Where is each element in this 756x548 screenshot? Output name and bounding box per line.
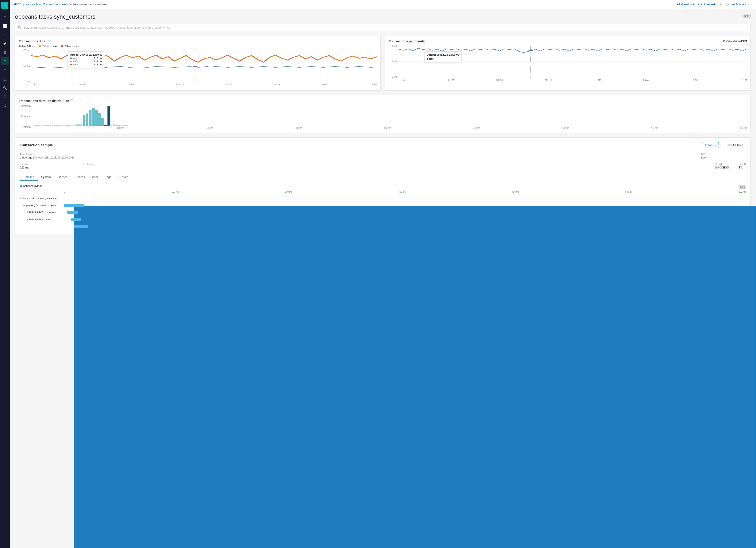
dist-bar-15[interactable] — [67, 125, 69, 126]
sidebar-item-clock[interactable]: ◷ — [1, 31, 9, 39]
result-field: Result SUCCESS — [715, 163, 729, 169]
sidebar-item-chart[interactable]: 📊 — [1, 22, 9, 30]
dist-bar-8[interactable] — [52, 125, 53, 126]
legend-success: SUCCESS 1.2 tpm — [723, 39, 747, 42]
sidebar-item-gear[interactable]: ⚙ — [1, 101, 9, 109]
trace-bar-main — [74, 206, 756, 548]
dist-bar-20[interactable] — [78, 124, 80, 126]
dist-bar-18[interactable] — [74, 125, 76, 126]
dist-bar-23[interactable] — [86, 113, 88, 126]
dist-bar-6[interactable] — [47, 125, 49, 126]
sidebar-item-home[interactable]: ⌂ — [1, 13, 9, 21]
service-dot — [20, 185, 22, 187]
tab-process[interactable]: Process — [71, 173, 88, 181]
time-400: 400 ms — [512, 191, 519, 193]
dist-bar-36[interactable] — [122, 125, 123, 126]
x-label-06am: 06 AM — [274, 83, 280, 86]
apm-feedback-btn[interactable]: APM feedback — [677, 3, 694, 6]
legend-avg: Avg. 531 ms — [19, 45, 35, 47]
sidebar-item-wrench[interactable]: 🔧 — [1, 84, 9, 92]
dist-bar-16[interactable] — [69, 125, 71, 126]
sidebar-item-apm[interactable]: ≡ — [1, 57, 9, 65]
dist-title-text: Transactions duration distribution — [19, 99, 69, 103]
x-label-06pm: 06 PM — [79, 83, 86, 86]
tab-user[interactable]: User — [88, 173, 101, 181]
dist-bar-25[interactable] — [92, 108, 95, 126]
nav-next-btn[interactable]: › — [750, 2, 752, 7]
dist-bar-2[interactable] — [38, 125, 40, 126]
time-range-btn[interactable]: 🕐 Last 24 hours — [726, 3, 746, 6]
breadcrumb-celery[interactable]: celery — [61, 3, 68, 6]
trace-row-icon-main: % — [20, 197, 22, 199]
dist-bar-17[interactable] — [72, 125, 73, 126]
dist-bar-29[interactable] — [104, 125, 107, 126]
chevron-down-icon: ▾ — [715, 144, 716, 147]
result-value: SUCCESS — [715, 166, 729, 169]
actions-button[interactable]: Actions ▾ — [702, 142, 719, 148]
dist-bar-38[interactable] — [126, 125, 128, 126]
dist-bar-28[interactable] — [101, 118, 104, 126]
dist-bar-21[interactable] — [80, 124, 82, 126]
dist-bar-22[interactable] — [83, 115, 85, 126]
sidebar-item-map[interactable]: ⊞ — [1, 48, 9, 56]
duration-chart-card: Transactions duration Avg. 531 ms 95th p… — [15, 36, 381, 91]
dist-bar-31[interactable] — [111, 125, 112, 126]
trace-icon: ☰ — [723, 144, 726, 147]
dist-bar-10[interactable] — [56, 125, 58, 126]
sidebar-logo: K — [1, 2, 8, 9]
tab-custom[interactable]: Custom — [115, 173, 132, 181]
dist-bar-35[interactable] — [119, 125, 121, 126]
sidebar-item-shield[interactable]: ⚡ — [1, 39, 9, 47]
tab-timeline[interactable]: Timeline — [20, 173, 38, 181]
auto-refresh-btn[interactable]: ↻ Auto-refresh — [698, 3, 716, 6]
dist-bar-34[interactable] — [117, 125, 119, 126]
pct-trace-field: % of trace — [83, 163, 706, 169]
url-value: N/A — [701, 156, 706, 159]
search-input[interactable] — [23, 26, 748, 29]
dist-bar-3[interactable] — [41, 125, 42, 126]
breadcrumb-transactions[interactable]: Transactions — [43, 3, 58, 6]
sidebar-item-logs[interactable]: ⊙ — [1, 66, 9, 74]
breadcrumb-service[interactable]: opbeans-python — [21, 3, 41, 6]
dist-bar-12[interactable] — [60, 125, 62, 126]
dist-bar-5[interactable] — [45, 125, 47, 126]
tab-system[interactable]: System — [38, 173, 54, 181]
dist-bar-9[interactable] — [54, 125, 56, 126]
view-full-trace-button[interactable]: ☰ View full trace — [721, 142, 746, 148]
dist-bar-32[interactable] — [113, 124, 115, 126]
sidebar-item-heart[interactable]: ♡ — [1, 93, 9, 101]
dist-y-225: 225 trans. — [19, 115, 31, 118]
dist-bar-27[interactable] — [98, 113, 101, 126]
dist-bar-7[interactable] — [49, 125, 51, 126]
sidebar-item-infra[interactable]: ◫ — [1, 75, 9, 83]
timestamp-label: Timestamp — [20, 153, 74, 155]
dist-bar-13[interactable] — [63, 125, 64, 126]
tab-service[interactable]: Service — [54, 173, 71, 181]
legend-p99-dot — [61, 45, 63, 47]
dist-bar-26[interactable] — [95, 110, 98, 126]
dist-bar-33[interactable] — [115, 125, 117, 126]
breadcrumb-apm[interactable]: APM — [13, 3, 19, 6]
legend-p95-dot — [39, 45, 41, 47]
duration-value: 622 ms — [20, 166, 74, 169]
dist-bar-0[interactable] — [34, 125, 36, 126]
dist-bar-19[interactable] — [76, 124, 78, 126]
tab-tags[interactable]: Tags — [102, 173, 115, 181]
user-id-field: User ID N/A — [738, 163, 746, 169]
user-id-value: N/A — [738, 166, 746, 169]
dist-bar-30[interactable] — [107, 106, 110, 126]
dist-bar-14[interactable] — [65, 125, 67, 126]
legend-success-dot — [723, 40, 725, 42]
chart-icon: 📊 — [3, 24, 7, 28]
tpm-x-09pm: 09 PM — [496, 79, 503, 81]
nav-prev-btn[interactable]: ‹ — [719, 2, 722, 7]
trace-service-header: opbeans-python Beta — [20, 184, 746, 189]
topbar: APM / opbeans-python / Transactions / ce… — [10, 0, 756, 9]
dist-bar-4[interactable] — [43, 125, 45, 126]
dist-bar-11[interactable] — [58, 125, 60, 126]
search-bar: 🔍 — [15, 24, 751, 31]
dist-bar-1[interactable] — [36, 125, 38, 126]
help-icon[interactable]: ⓘ — [70, 99, 73, 103]
dist-bar-24[interactable] — [89, 110, 92, 126]
dist-bar-37[interactable] — [124, 125, 126, 126]
